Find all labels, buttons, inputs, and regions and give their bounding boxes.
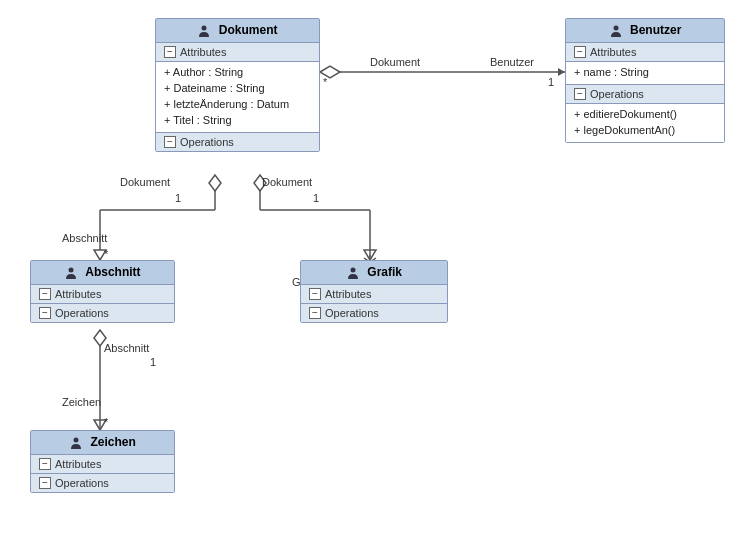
zeichen-ops-label: Operations <box>55 477 109 489</box>
diagram-canvas: Dokument Benutzer * 1 Dokument 1 Abschni… <box>0 0 750 544</box>
class-zeichen-header: Zeichen <box>31 431 174 455</box>
svg-point-18 <box>202 25 207 30</box>
class-grafik-title: Grafik <box>367 265 402 279</box>
abschnitt-attr-toggle: − <box>39 288 51 300</box>
conn-label-abschnitt: Abschnitt <box>62 232 107 244</box>
svg-marker-1 <box>320 66 340 78</box>
svg-point-19 <box>613 25 618 30</box>
conn-mult-abschnitt-1: 1 <box>150 356 156 368</box>
benutzer-operations-section: − Operations <box>566 85 724 104</box>
class-benutzer-header: Benutzer <box>566 19 724 43</box>
conn-label-abschnitt-2: Abschnitt <box>104 342 149 354</box>
abschnitt-attributes-section: − Attributes <box>31 285 174 304</box>
grafik-attr-label: Attributes <box>325 288 371 300</box>
class-dokument-header: Dokument <box>156 19 319 43</box>
zeichen-icon <box>69 436 83 450</box>
benutzer-attributes-section: − Attributes <box>566 43 724 62</box>
class-abschnitt-header: Abschnitt <box>31 261 174 285</box>
abschnitt-ops-toggle: − <box>39 307 51 319</box>
grafik-attributes-section: − Attributes <box>301 285 447 304</box>
zeichen-ops-toggle: − <box>39 477 51 489</box>
conn-label-dok-right: Dokument <box>262 176 312 188</box>
dokument-attr-toggle: − <box>164 46 176 58</box>
benutzer-icon <box>609 24 623 38</box>
conn-mult-dok-2: 1 <box>313 192 319 204</box>
svg-marker-16 <box>94 420 106 430</box>
zeichen-attr-toggle: − <box>39 458 51 470</box>
conn-label-benutzer: Benutzer <box>490 56 534 68</box>
conn-mult-star: * <box>323 76 327 88</box>
class-benutzer-title: Benutzer <box>630 23 681 37</box>
benutzer-attr-toggle: − <box>574 46 586 58</box>
grafik-attr-toggle: − <box>309 288 321 300</box>
class-zeichen: Zeichen − Attributes − Operations <box>30 430 175 493</box>
benutzer-operations-items: + editiereDokument() + legeDokumentAn() <box>566 104 724 142</box>
conn-label-dok-left: Dokument <box>120 176 170 188</box>
dokument-ops-toggle: − <box>164 136 176 148</box>
grafik-icon <box>346 266 360 280</box>
conn-mult-abschnitt-star: * <box>104 248 108 260</box>
abschnitt-icon <box>64 266 78 280</box>
class-grafik-header: Grafik <box>301 261 447 285</box>
svg-marker-12 <box>364 250 376 260</box>
conn-mult-zeichen-star: * <box>104 416 108 428</box>
abschnitt-attr-label: Attributes <box>55 288 101 300</box>
class-abschnitt-title: Abschnitt <box>85 265 140 279</box>
zeichen-operations-section: − Operations <box>31 474 174 492</box>
zeichen-attributes-section: − Attributes <box>31 455 174 474</box>
svg-marker-6 <box>209 175 221 191</box>
dokument-ops-label: Operations <box>180 136 234 148</box>
dokument-attributes-section: − Attributes <box>156 43 319 62</box>
class-dokument-title: Dokument <box>219 23 278 37</box>
class-grafik: Grafik − Attributes − Operations <box>300 260 448 323</box>
zeichen-attr-label: Attributes <box>55 458 101 470</box>
dokument-operations-section: − Operations <box>156 133 319 151</box>
class-dokument: Dokument − Attributes + Author : String … <box>155 18 320 152</box>
dokument-icon <box>197 24 211 38</box>
conn-mult-dok-1: 1 <box>175 192 181 204</box>
conn-mult-one: 1 <box>548 76 554 88</box>
dokument-attr-3: + letzteÄnderung : Datum <box>164 96 311 112</box>
grafik-ops-toggle: − <box>309 307 321 319</box>
svg-point-20 <box>69 267 74 272</box>
svg-marker-15 <box>94 330 106 346</box>
conn-label-dokument: Dokument <box>370 56 420 68</box>
benutzer-attr-label: Attributes <box>590 46 636 58</box>
svg-marker-11 <box>254 175 266 191</box>
dokument-attr-2: + Dateiname : String <box>164 80 311 96</box>
abschnitt-ops-label: Operations <box>55 307 109 319</box>
benutzer-attr-1: + name : String <box>574 64 716 80</box>
svg-point-21 <box>350 267 355 272</box>
svg-marker-7 <box>94 250 106 260</box>
dokument-attr-4: + Titel : String <box>164 112 311 128</box>
benutzer-attributes-items: + name : String <box>566 62 724 85</box>
grafik-operations-section: − Operations <box>301 304 447 322</box>
dokument-attr-1: + Author : String <box>164 64 311 80</box>
svg-marker-2 <box>558 68 565 76</box>
dokument-attributes-items: + Author : String + Dateiname : String +… <box>156 62 319 133</box>
svg-point-22 <box>74 437 79 442</box>
conn-label-zeichen: Zeichen <box>62 396 101 408</box>
benutzer-op-2: + legeDokumentAn() <box>574 122 716 138</box>
dokument-attr-label: Attributes <box>180 46 226 58</box>
benutzer-ops-toggle: − <box>574 88 586 100</box>
class-zeichen-title: Zeichen <box>90 435 135 449</box>
benutzer-op-1: + editiereDokument() <box>574 106 716 122</box>
abschnitt-operations-section: − Operations <box>31 304 174 322</box>
grafik-ops-label: Operations <box>325 307 379 319</box>
benutzer-ops-label: Operations <box>590 88 644 100</box>
class-benutzer: Benutzer − Attributes + name : String − … <box>565 18 725 143</box>
class-abschnitt: Abschnitt − Attributes − Operations <box>30 260 175 323</box>
